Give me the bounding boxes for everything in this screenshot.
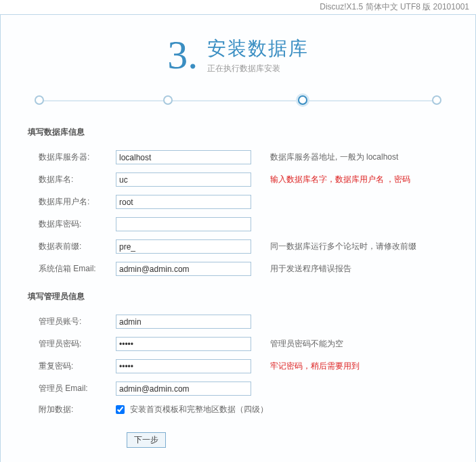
next-button[interactable]: 下一步 (127, 432, 166, 448)
page-subtitle: 正在执行数据库安装 (207, 63, 309, 74)
step-dot-3 (298, 95, 307, 105)
admin-pass-input[interactable] (116, 337, 251, 351)
version-bar: Discuz!X1.5 简体中文 UTF8 版 20101001 (0, 0, 476, 14)
step-dot-2 (163, 95, 173, 105)
admin-pass2-hint: 牢记密码，稍后需要用到 (270, 361, 448, 372)
db-email-label: 系统信箱 Email: (28, 263, 116, 275)
db-host-input[interactable] (116, 150, 251, 164)
db-email-input[interactable] (116, 262, 251, 276)
db-name-input[interactable] (116, 172, 251, 187)
main-panel: 3. 安装数据库 正在执行数据库安装 填写数据库信息 数据库服务器: 数据库服务… (0, 14, 476, 462)
db-pass-input[interactable] (116, 217, 251, 231)
db-host-label: 数据库服务器: (28, 152, 116, 163)
db-prefix-hint: 同一数据库运行多个论坛时，请修改前缀 (270, 241, 448, 252)
step-dot-4 (432, 95, 441, 105)
section-admin-title: 填写管理员信息 (28, 291, 448, 302)
step-number: 3. (167, 32, 198, 78)
db-host-hint: 数据库服务器地址, 一般为 localhost (270, 152, 448, 163)
db-name-hint: 输入数据库名字，数据库用户名 ，密码 (270, 174, 448, 185)
db-prefix-input[interactable] (116, 239, 251, 254)
admin-email-input[interactable] (116, 382, 251, 396)
step-indicator (35, 95, 441, 106)
admin-pass-label: 管理员密码: (28, 338, 116, 350)
db-prefix-label: 数据表前缀: (28, 241, 116, 252)
db-user-input[interactable] (116, 195, 251, 209)
extra-data-wrap: 安装首页模板和完整地区数据（四级） (116, 404, 268, 415)
step-dot-1 (35, 95, 44, 105)
page-header: 3. 安装数据库 正在执行数据库安装 (28, 32, 448, 78)
db-user-label: 数据库用户名: (28, 196, 116, 208)
admin-pass-hint: 管理员密码不能为空 (270, 338, 448, 350)
section-db-title: 填写数据库信息 (28, 126, 448, 138)
page-title: 安装数据库 (207, 36, 309, 62)
db-name-label: 数据库名: (28, 174, 116, 185)
admin-pass2-label: 重复密码: (28, 361, 116, 372)
admin-user-input[interactable] (116, 315, 251, 329)
admin-user-label: 管理员账号: (28, 316, 116, 327)
extra-data-label: 附加数据: (28, 404, 116, 415)
db-email-hint: 用于发送程序错误报告 (270, 263, 448, 275)
admin-pass2-input[interactable] (116, 359, 251, 373)
admin-email-label: 管理员 Email: (28, 383, 116, 394)
extra-data-text: 安装首页模板和完整地区数据（四级） (130, 405, 268, 414)
db-pass-label: 数据库密码: (28, 218, 116, 230)
extra-data-checkbox[interactable] (116, 405, 125, 414)
